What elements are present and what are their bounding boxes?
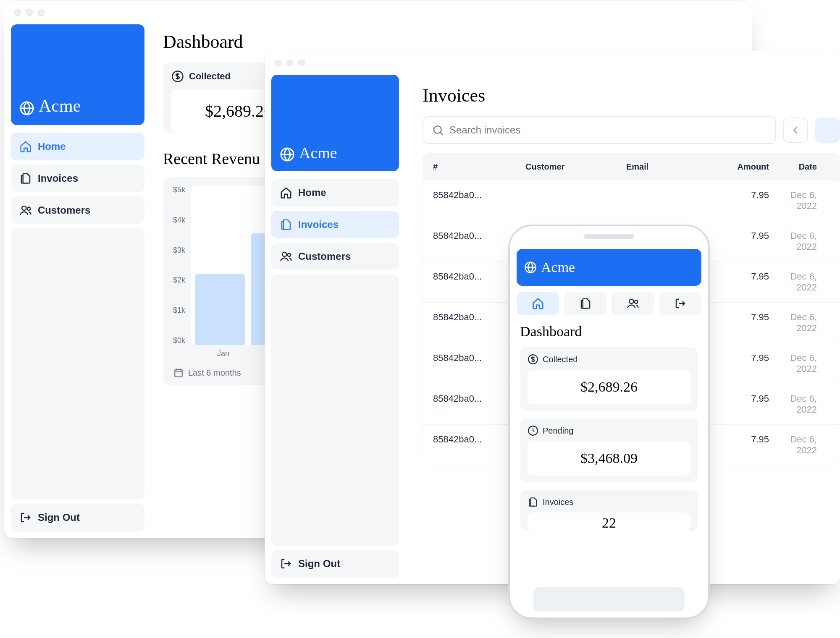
tab-signout[interactable] xyxy=(659,292,701,315)
globe-icon xyxy=(280,147,295,162)
bar-jan xyxy=(195,274,244,345)
sidebar-item-label: Invoices xyxy=(38,173,78,184)
cell-amount: 7.95 xyxy=(706,312,769,334)
sign-out-button[interactable]: Sign Out xyxy=(271,550,399,578)
document-icon xyxy=(528,497,538,507)
dollar-icon xyxy=(528,354,538,365)
phone-home-indicator xyxy=(533,587,685,612)
cell-customer xyxy=(525,190,626,212)
cell-amount: 7.95 xyxy=(706,393,769,415)
cell-date: Dec 6, 2022 xyxy=(769,434,830,456)
ytick: $4k xyxy=(173,216,185,225)
pending-label: Pending xyxy=(543,426,573,436)
sidebar-item-home[interactable]: Home xyxy=(11,133,144,160)
window-traffic-lights xyxy=(4,1,752,21)
collected-label: Collected xyxy=(189,71,231,82)
cell-email xyxy=(626,190,706,212)
cell-date: Dec 6, 2022 xyxy=(769,353,830,374)
cell-date: Dec 6, 2022 xyxy=(769,190,830,212)
sidebar-item-label: Invoices xyxy=(298,219,339,230)
globe-icon xyxy=(524,261,537,274)
ytick: $2k xyxy=(173,276,185,285)
traffic-dot xyxy=(38,9,45,16)
tab-home[interactable] xyxy=(517,292,559,315)
cell-date: Dec 6, 2022 xyxy=(769,271,830,293)
search-input[interactable]: Search invoices xyxy=(423,116,776,144)
chart-y-axis: $5k $4k $3k $2k $1k $0k xyxy=(173,186,185,345)
users-icon xyxy=(627,297,639,310)
brand-name: Acme xyxy=(299,144,337,162)
pending-value: $3,468.09 xyxy=(528,441,690,476)
home-icon xyxy=(532,297,544,310)
sidebar-item-label: Home xyxy=(38,141,66,152)
pager-prev-button[interactable] xyxy=(783,118,808,143)
sidebar-item-invoices[interactable]: Invoices xyxy=(11,165,144,192)
col-header-email: Email xyxy=(626,162,706,172)
globe-icon xyxy=(19,101,34,116)
sign-out-icon xyxy=(280,557,292,570)
document-icon xyxy=(280,218,292,231)
phone-frame: Acme Dashboard Collected $2,689.26 Pendi… xyxy=(508,225,710,619)
invoices-value: 22 xyxy=(528,512,690,531)
table-header: # Customer Email Amount Date xyxy=(423,154,840,180)
invoices-label: Invoices xyxy=(543,497,573,507)
brand-logo-card: Acme xyxy=(271,75,399,171)
sign-out-label: Sign Out xyxy=(38,512,80,523)
document-icon xyxy=(19,172,32,185)
phone-body: Dashboard Collected $2,689.26 Pending $3… xyxy=(510,321,708,539)
table-row[interactable]: 85842ba0...7.95Dec 6, 2022 xyxy=(423,180,840,221)
col-header-customer: Customer xyxy=(525,162,626,172)
brand-logo-card: Acme xyxy=(517,249,701,286)
users-icon xyxy=(19,204,32,217)
sidebar-item-home[interactable]: Home xyxy=(271,179,399,207)
cell-amount: 7.95 xyxy=(706,434,769,456)
traffic-dot xyxy=(14,9,21,16)
ytick: $3k xyxy=(173,246,185,255)
brand-name: Acme xyxy=(541,259,575,275)
pager-page-button[interactable] xyxy=(815,118,840,143)
sidebar-filler xyxy=(11,228,144,499)
cell-amount: 7.95 xyxy=(706,271,769,293)
invoices-count-card: Invoices 22 xyxy=(520,490,698,531)
cell-date: Dec 6, 2022 xyxy=(769,393,830,415)
brand-logo-card: Acme xyxy=(11,24,144,125)
collected-value: $2,689.26 xyxy=(528,370,690,404)
sidebar: Acme Home Invoices Customers Sign Out xyxy=(4,21,151,538)
sign-out-label: Sign Out xyxy=(298,558,340,570)
brand-name: Acme xyxy=(39,96,81,116)
home-icon xyxy=(19,140,32,153)
sidebar-item-customers[interactable]: Customers xyxy=(11,196,144,224)
cell-amount: 7.95 xyxy=(706,353,769,374)
sidebar-item-label: Customers xyxy=(38,204,90,216)
sign-out-icon xyxy=(674,297,687,310)
phone-notch-bar xyxy=(510,226,708,246)
sidebar-item-invoices[interactable]: Invoices xyxy=(271,211,399,238)
cell-amount: 7.95 xyxy=(706,230,769,252)
phone-speaker xyxy=(584,234,634,239)
col-header-amount: Amount xyxy=(706,162,769,172)
tab-customers[interactable] xyxy=(612,292,654,315)
page-title: Invoices xyxy=(423,85,840,106)
cell-id: 85842ba0... xyxy=(433,190,525,212)
sidebar-item-label: Customers xyxy=(298,251,351,262)
page-title: Dashboard xyxy=(163,31,740,52)
tab-invoices[interactable] xyxy=(564,292,606,315)
pending-card: Pending $3,468.09 xyxy=(520,418,698,482)
traffic-dot xyxy=(275,60,281,66)
traffic-dot xyxy=(26,9,33,16)
sidebar-item-label: Home xyxy=(298,187,326,199)
col-header-id: # xyxy=(433,162,525,172)
search-icon xyxy=(432,124,444,136)
sidebar-item-customers[interactable]: Customers xyxy=(271,243,399,270)
users-icon xyxy=(280,250,292,263)
sidebar-filler xyxy=(271,275,399,546)
chart-footer-text: Last 6 months xyxy=(188,368,241,378)
window-traffic-lights xyxy=(265,51,840,71)
page-title: Dashboard xyxy=(520,324,698,340)
collected-card: Collected $2,689.26 xyxy=(520,347,698,411)
clock-icon xyxy=(528,425,538,436)
collected-label: Collected xyxy=(543,355,578,364)
sign-out-button[interactable]: Sign Out xyxy=(11,504,144,531)
traffic-dot xyxy=(286,60,293,66)
calendar-icon xyxy=(173,367,184,378)
